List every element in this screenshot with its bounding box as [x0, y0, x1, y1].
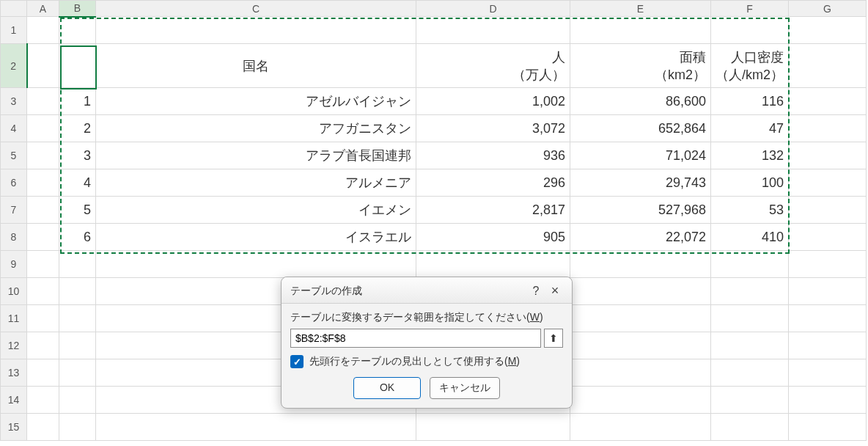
- cell[interactable]: [789, 224, 867, 251]
- col-header-G[interactable]: G: [789, 1, 867, 17]
- cell[interactable]: [789, 115, 867, 142]
- header-area[interactable]: 面積（km2）: [570, 44, 711, 88]
- row-header-11[interactable]: 11: [1, 305, 27, 332]
- cell[interactable]: [789, 278, 867, 305]
- cell[interactable]: [711, 359, 789, 387]
- select-all-corner[interactable]: [1, 1, 27, 17]
- cell[interactable]: [789, 88, 867, 115]
- cell-area[interactable]: 527,968: [570, 197, 711, 224]
- cell[interactable]: [27, 88, 59, 115]
- cell-pop[interactable]: 2,817: [416, 197, 570, 224]
- cell-pop[interactable]: 1,002: [416, 88, 570, 115]
- cell[interactable]: [789, 387, 867, 414]
- cell-index[interactable]: 2: [59, 115, 96, 142]
- cell[interactable]: [27, 359, 59, 387]
- cell[interactable]: [416, 414, 570, 441]
- cell[interactable]: [570, 359, 711, 387]
- cell[interactable]: [789, 414, 867, 441]
- row-header-13[interactable]: 13: [1, 359, 27, 387]
- cell[interactable]: [27, 251, 59, 278]
- cell[interactable]: [789, 251, 867, 278]
- col-header-D[interactable]: D: [416, 1, 570, 17]
- cell[interactable]: [59, 17, 96, 44]
- cell[interactable]: [59, 278, 96, 305]
- cell[interactable]: [27, 224, 59, 251]
- cell-area[interactable]: 22,072: [570, 224, 711, 251]
- cell-index[interactable]: 5: [59, 197, 96, 224]
- cell[interactable]: [27, 17, 59, 44]
- cell[interactable]: [96, 414, 416, 441]
- cell-pop[interactable]: 936: [416, 142, 570, 169]
- cell[interactable]: [96, 17, 416, 44]
- cell-country[interactable]: アゼルバイジャン: [96, 88, 416, 115]
- row-header-2[interactable]: 2: [1, 44, 27, 88]
- row-header-9[interactable]: 9: [1, 251, 27, 278]
- cell[interactable]: [416, 251, 570, 278]
- cell[interactable]: [59, 44, 96, 88]
- cell[interactable]: [570, 17, 711, 44]
- cell-pop[interactable]: 905: [416, 224, 570, 251]
- col-header-B[interactable]: B: [59, 1, 96, 17]
- row-header-15[interactable]: 15: [1, 414, 27, 441]
- cancel-button[interactable]: キャンセル: [430, 377, 500, 399]
- cell-index[interactable]: 4: [59, 169, 96, 197]
- cell[interactable]: [27, 142, 59, 169]
- cell-country[interactable]: イエメン: [96, 197, 416, 224]
- col-header-F[interactable]: F: [711, 1, 789, 17]
- header-density[interactable]: 人口密度（人/km2）: [711, 44, 789, 88]
- cell[interactable]: [416, 17, 570, 44]
- cell[interactable]: [570, 387, 711, 414]
- cell[interactable]: [711, 332, 789, 359]
- cell[interactable]: [27, 197, 59, 224]
- cell-density[interactable]: 100: [711, 169, 789, 197]
- cell[interactable]: [570, 278, 711, 305]
- cell[interactable]: [27, 387, 59, 414]
- cell[interactable]: [789, 44, 867, 88]
- cell-index[interactable]: 1: [59, 88, 96, 115]
- row-header-5[interactable]: 5: [1, 142, 27, 169]
- row-header-6[interactable]: 6: [1, 169, 27, 197]
- cell[interactable]: [570, 414, 711, 441]
- cell[interactable]: [27, 305, 59, 332]
- cell[interactable]: [570, 305, 711, 332]
- cell[interactable]: [27, 332, 59, 359]
- cell-density[interactable]: 53: [711, 197, 789, 224]
- cell[interactable]: [96, 251, 416, 278]
- cell[interactable]: [711, 17, 789, 44]
- help-button[interactable]: ?: [526, 285, 545, 298]
- cell-country[interactable]: アルメニア: [96, 169, 416, 197]
- cell[interactable]: [59, 414, 96, 441]
- cell-area[interactable]: 29,743: [570, 169, 711, 197]
- row-header-4[interactable]: 4: [1, 115, 27, 142]
- cell[interactable]: [59, 305, 96, 332]
- cell[interactable]: [789, 169, 867, 197]
- row-header-10[interactable]: 10: [1, 278, 27, 305]
- cell-index[interactable]: 3: [59, 142, 96, 169]
- cell[interactable]: [59, 387, 96, 414]
- cell-country[interactable]: アラブ首長国連邦: [96, 142, 416, 169]
- range-input[interactable]: [290, 329, 541, 348]
- cell-area[interactable]: 71,024: [570, 142, 711, 169]
- cell-area[interactable]: 86,600: [570, 88, 711, 115]
- cell[interactable]: [59, 332, 96, 359]
- row-header-14[interactable]: 14: [1, 387, 27, 414]
- cell-country[interactable]: イスラエル: [96, 224, 416, 251]
- cell-pop[interactable]: 3,072: [416, 115, 570, 142]
- cell[interactable]: [711, 278, 789, 305]
- cell[interactable]: [789, 332, 867, 359]
- cell-country[interactable]: アフガニスタン: [96, 115, 416, 142]
- ok-button[interactable]: OK: [353, 377, 421, 399]
- cell[interactable]: [59, 251, 96, 278]
- cell[interactable]: [27, 414, 59, 441]
- row-header-3[interactable]: 3: [1, 88, 27, 115]
- header-country[interactable]: 国名: [96, 44, 416, 88]
- row-header-7[interactable]: 7: [1, 197, 27, 224]
- cell[interactable]: [789, 359, 867, 387]
- cell-density[interactable]: 116: [711, 88, 789, 115]
- cell-index[interactable]: 6: [59, 224, 96, 251]
- cell[interactable]: [711, 387, 789, 414]
- cell[interactable]: [789, 305, 867, 332]
- col-header-A[interactable]: A: [27, 1, 59, 17]
- dialog-titlebar[interactable]: テーブルの作成 ? ×: [282, 277, 572, 304]
- cell[interactable]: [711, 251, 789, 278]
